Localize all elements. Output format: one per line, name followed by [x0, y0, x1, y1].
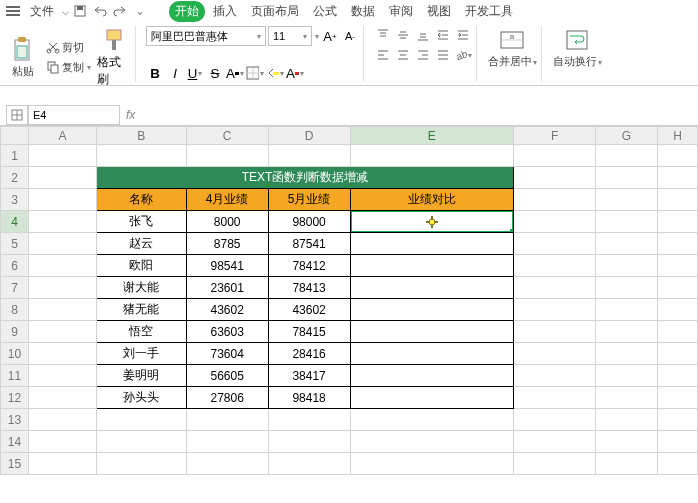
cell[interactable]	[596, 167, 658, 189]
cell[interactable]	[28, 343, 96, 365]
indent-right-button[interactable]	[454, 26, 472, 44]
row-head-11[interactable]: 11	[1, 365, 29, 387]
cell[interactable]	[514, 277, 596, 299]
helper-button[interactable]	[6, 105, 28, 125]
wrap-text-button[interactable]: 自动换行▾	[552, 26, 602, 69]
cell[interactable]	[28, 277, 96, 299]
tab-review[interactable]: 审阅	[383, 1, 419, 22]
table-cell[interactable]: 87541	[268, 233, 350, 255]
cell[interactable]	[657, 233, 697, 255]
align-left-button[interactable]	[374, 46, 392, 64]
quick-save-icon[interactable]	[71, 2, 89, 20]
cell[interactable]	[657, 365, 697, 387]
cell[interactable]	[514, 409, 596, 431]
table-cell[interactable]: 张飞	[96, 211, 186, 233]
cell[interactable]	[28, 233, 96, 255]
cell[interactable]	[657, 431, 697, 453]
cell[interactable]	[657, 145, 697, 167]
orientation-button[interactable]: ab▾	[454, 46, 472, 64]
col-head-H[interactable]: H	[657, 127, 697, 145]
cell[interactable]	[514, 299, 596, 321]
cell[interactable]	[657, 321, 697, 343]
table-cell[interactable]: 98541	[186, 255, 268, 277]
table-cell[interactable]: 78412	[268, 255, 350, 277]
row-head-10[interactable]: 10	[1, 343, 29, 365]
row-head-6[interactable]: 6	[1, 255, 29, 277]
cell[interactable]	[28, 409, 96, 431]
tab-insert[interactable]: 插入	[207, 1, 243, 22]
row-head-1[interactable]: 1	[1, 145, 29, 167]
cell[interactable]	[657, 453, 697, 475]
cell[interactable]	[28, 189, 96, 211]
formula-input[interactable]	[141, 105, 698, 125]
border-button[interactable]: ▾	[246, 64, 264, 82]
table-cell[interactable]	[350, 343, 514, 365]
cell[interactable]	[514, 189, 596, 211]
cell[interactable]	[268, 431, 350, 453]
table-cell[interactable]: 43602	[268, 299, 350, 321]
font-color2-button[interactable]: A▾	[286, 64, 304, 82]
col-head-C[interactable]: C	[186, 127, 268, 145]
cell[interactable]	[350, 145, 514, 167]
cell[interactable]	[96, 453, 186, 475]
cell[interactable]	[268, 145, 350, 167]
font-name-select[interactable]: 阿里巴巴普惠体▾	[146, 26, 266, 46]
tab-formula[interactable]: 公式	[307, 1, 343, 22]
table-cell[interactable]: 谢大能	[96, 277, 186, 299]
copy-button[interactable]: 复制▾	[44, 58, 93, 76]
cell[interactable]	[596, 145, 658, 167]
cell[interactable]	[514, 343, 596, 365]
cell[interactable]	[596, 453, 658, 475]
row-head-4[interactable]: 4	[1, 211, 29, 233]
cell[interactable]	[657, 167, 697, 189]
cell[interactable]	[350, 453, 514, 475]
table-header[interactable]: 5月业绩	[268, 189, 350, 211]
font-size-select[interactable]: 11▾	[268, 26, 312, 46]
merge-center-button[interactable]: a 合并居中▾	[487, 26, 537, 69]
active-cell[interactable]	[350, 211, 514, 233]
align-center-button[interactable]	[394, 46, 412, 64]
cell[interactable]	[268, 409, 350, 431]
quick-undo-icon[interactable]	[91, 2, 109, 20]
table-cell[interactable]: 28416	[268, 343, 350, 365]
row-head-13[interactable]: 13	[1, 409, 29, 431]
tab-developer[interactable]: 开发工具	[459, 1, 519, 22]
cell[interactable]	[657, 299, 697, 321]
table-cell[interactable]: 刘一手	[96, 343, 186, 365]
row-head-5[interactable]: 5	[1, 233, 29, 255]
table-cell[interactable]: 赵云	[96, 233, 186, 255]
align-top-button[interactable]	[374, 26, 392, 44]
table-cell[interactable]: 78413	[268, 277, 350, 299]
paste-button[interactable]: 粘贴	[6, 36, 40, 79]
menu-file[interactable]: 文件	[24, 1, 60, 22]
table-cell[interactable]: 78415	[268, 321, 350, 343]
fill-color-button[interactable]: ▾	[266, 64, 284, 82]
cell[interactable]	[186, 453, 268, 475]
italic-button[interactable]: I	[166, 64, 184, 82]
row-head-14[interactable]: 14	[1, 431, 29, 453]
cell[interactable]	[28, 299, 96, 321]
cell[interactable]	[514, 211, 596, 233]
table-cell[interactable]	[350, 387, 514, 409]
cell[interactable]	[657, 211, 697, 233]
table-cell[interactable]: 73604	[186, 343, 268, 365]
name-box[interactable]: E4	[28, 105, 120, 125]
cell[interactable]	[514, 431, 596, 453]
increase-font-button[interactable]: A+	[321, 27, 339, 45]
cell[interactable]	[350, 409, 514, 431]
tab-page-layout[interactable]: 页面布局	[245, 1, 305, 22]
cell[interactable]	[596, 365, 658, 387]
quick-redo-icon[interactable]	[111, 2, 129, 20]
cell[interactable]	[28, 255, 96, 277]
align-right-button[interactable]	[414, 46, 432, 64]
cell[interactable]	[514, 255, 596, 277]
cell[interactable]	[596, 343, 658, 365]
cell[interactable]	[596, 299, 658, 321]
cell[interactable]	[28, 431, 96, 453]
app-menu-icon[interactable]	[4, 2, 22, 20]
table-header[interactable]: 4月业绩	[186, 189, 268, 211]
col-head-E[interactable]: E	[350, 127, 514, 145]
bold-button[interactable]: B	[146, 64, 164, 82]
indent-left-button[interactable]	[434, 26, 452, 44]
cell[interactable]	[596, 189, 658, 211]
